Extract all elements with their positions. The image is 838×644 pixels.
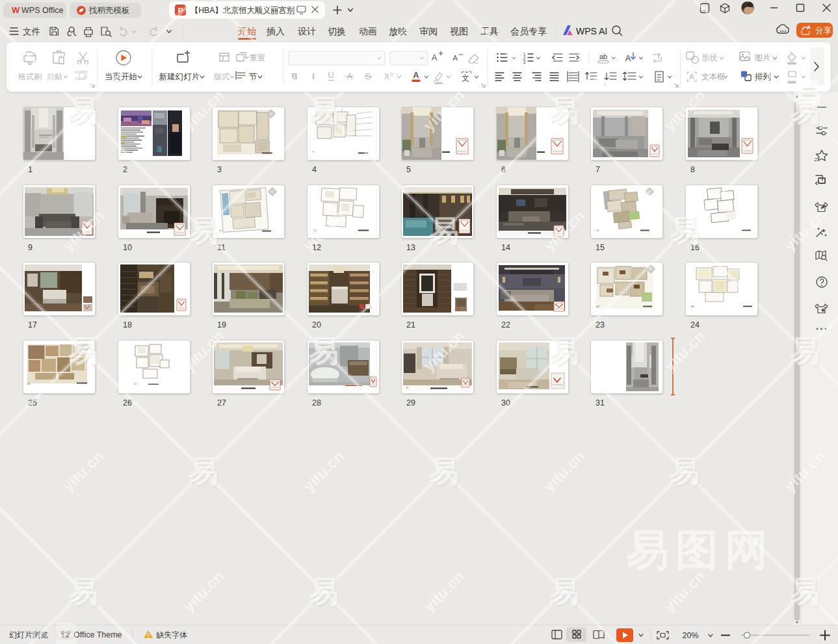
svg-text:58: 58 <box>406 386 409 389</box>
svg-text:切换: 切换 <box>328 26 346 36</box>
svg-text:设计: 设计 <box>298 26 316 36</box>
svg-text:3: 3 <box>217 165 222 174</box>
svg-text:易: 易 <box>188 454 218 488</box>
svg-text:易: 易 <box>789 574 820 608</box>
svg-text:U: U <box>328 71 334 80</box>
svg-text:A: A <box>413 70 419 80</box>
svg-text:22: 22 <box>501 320 510 329</box>
svg-text:WPS Office: WPS Office <box>21 6 63 15</box>
svg-text:文: 文 <box>462 73 469 83</box>
svg-text:易: 易 <box>549 334 579 368</box>
svg-text:A: A <box>689 73 694 81</box>
svg-text:2: 2 <box>390 71 393 77</box>
svg-text:WPS AI: WPS AI <box>576 26 607 36</box>
svg-text:文件: 文件 <box>23 27 40 36</box>
svg-text:2: 2 <box>123 165 127 174</box>
svg-text:审阅: 审阅 <box>419 26 438 36</box>
svg-text:易: 易 <box>549 574 579 608</box>
svg-text:31: 31 <box>596 398 605 407</box>
svg-text:视图: 视图 <box>450 26 468 36</box>
svg-text:52: 52 <box>134 382 137 385</box>
svg-text:易: 易 <box>68 574 98 608</box>
svg-text:【HBA】北京恒大顺义丽宫别: 【HBA】北京恒大顺义丽宫别 <box>190 6 295 15</box>
svg-text:A: A <box>625 53 631 63</box>
svg-text:19: 19 <box>217 320 226 329</box>
svg-text:格式刷: 格式刷 <box>18 72 42 81</box>
svg-text:9: 9 <box>28 243 33 252</box>
svg-text:文本框: 文本框 <box>701 72 725 81</box>
svg-text:21: 21 <box>406 320 415 329</box>
svg-text:易: 易 <box>428 454 459 488</box>
svg-text:28: 28 <box>312 398 321 407</box>
svg-text:A: A <box>432 53 438 62</box>
svg-text:会员专享: 会员专享 <box>510 26 547 36</box>
svg-text:15: 15 <box>596 243 605 252</box>
svg-text:3: 3 <box>523 60 526 64</box>
svg-text:20%: 20% <box>682 631 698 640</box>
svg-text:形状: 形状 <box>701 53 717 62</box>
svg-text:易: 易 <box>308 574 339 608</box>
svg-text:26: 26 <box>596 229 599 232</box>
svg-text:A: A <box>452 54 458 62</box>
svg-text:X: X <box>384 72 390 81</box>
svg-text:A5: A5 <box>27 382 31 385</box>
svg-text:A6: A6 <box>691 305 695 308</box>
svg-text:重置: 重置 <box>250 53 265 62</box>
svg-text:易: 易 <box>669 454 700 488</box>
svg-text:新建幻灯片: 新建幻灯片 <box>159 72 200 81</box>
svg-text:17: 17 <box>28 320 37 329</box>
svg-text:5: 5 <box>406 165 411 174</box>
svg-text:动画: 动画 <box>359 26 377 36</box>
svg-text:易: 易 <box>68 334 98 368</box>
svg-text:易: 易 <box>549 94 579 127</box>
svg-text:缺失字体: 缺失字体 <box>156 630 187 639</box>
svg-text:易: 易 <box>669 214 700 248</box>
svg-text:易: 易 <box>308 334 339 368</box>
svg-text:易: 易 <box>188 214 218 248</box>
svg-text:18: 18 <box>123 320 132 329</box>
svg-text:4: 4 <box>312 165 317 174</box>
svg-text:13: 13 <box>406 243 415 252</box>
svg-text:分享: 分享 <box>815 26 832 35</box>
svg-text:易: 易 <box>789 334 820 368</box>
svg-text:10: 10 <box>123 243 132 252</box>
svg-text:20: 20 <box>219 229 222 232</box>
svg-text:找稻壳模板: 找稻壳模板 <box>88 6 130 15</box>
svg-text:27: 27 <box>217 398 226 407</box>
svg-text:版式: 版式 <box>214 72 229 81</box>
svg-text:A4: A4 <box>596 305 600 308</box>
svg-text:ab: ab <box>599 53 607 60</box>
svg-text:I: I <box>312 71 315 81</box>
svg-text:8: 8 <box>690 165 695 174</box>
svg-text:易: 易 <box>428 214 459 248</box>
svg-text:Office Theme: Office Theme <box>73 630 122 639</box>
svg-text:7: 7 <box>596 165 600 174</box>
svg-text:易: 易 <box>68 94 98 127</box>
svg-text:节: 节 <box>249 72 257 81</box>
svg-text:易图网: 易图网 <box>625 526 774 574</box>
svg-text:20: 20 <box>312 320 321 329</box>
svg-text:W: W <box>12 5 20 15</box>
svg-text:14: 14 <box>501 243 510 252</box>
svg-text:插入: 插入 <box>266 26 285 36</box>
svg-text:易: 易 <box>308 94 339 127</box>
svg-text:29: 29 <box>406 398 415 407</box>
